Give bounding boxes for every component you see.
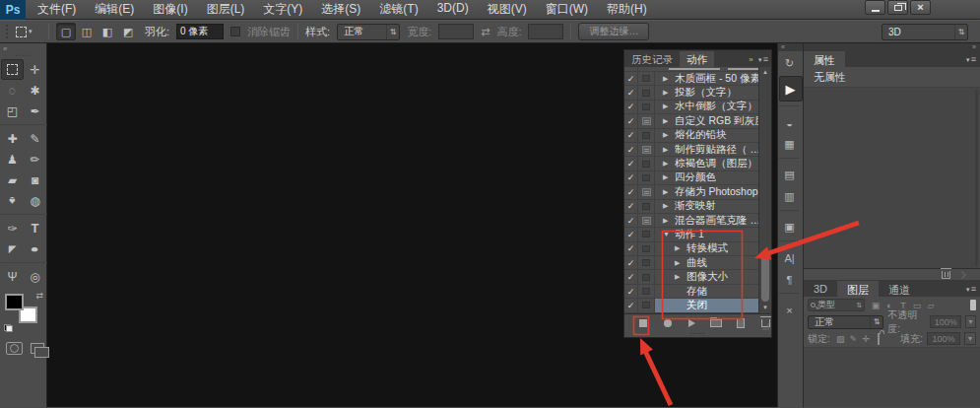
item-check-icon[interactable]: ✓ [624, 86, 638, 99]
collapse-panel-icon[interactable]: » [749, 55, 752, 64]
item-check-icon[interactable]: ✓ [624, 185, 638, 198]
menu-3dd[interactable]: 3D(D) [437, 1, 469, 18]
scroll-up-icon[interactable]: ▲ [759, 67, 771, 78]
play-button[interactable] [686, 317, 698, 329]
dialog-toggle-box[interactable] [638, 72, 655, 85]
expand-arrow-icon[interactable]: ▶ [663, 202, 675, 210]
expand-arrow-icon[interactable]: ▶ [675, 244, 686, 252]
resize-grip[interactable] [958, 271, 966, 279]
expand-arrow-icon[interactable]: ▶ [663, 188, 675, 196]
item-check-icon[interactable]: ✓ [624, 256, 638, 269]
scrollbar-thumb[interactable] [761, 254, 769, 302]
minimize-button[interactable] [865, 0, 885, 15]
intersect-selection-button[interactable]: ◩ [118, 23, 138, 40]
item-check-icon[interactable]: ✓ [624, 171, 638, 184]
history-brush-tool[interactable]: ✏ [24, 149, 46, 170]
action-row[interactable]: ✓▶棕褐色调（图层） [624, 157, 758, 170]
filter-image-icon[interactable]: ▣ [869, 301, 882, 310]
close-button[interactable]: × [910, 0, 931, 15]
eyedropper-tool[interactable]: ✒ [24, 101, 46, 121]
menu-f[interactable]: 文件(F) [37, 1, 76, 18]
lock-position-icon[interactable]: ✛ [860, 334, 873, 344]
workspace-dropdown[interactable]: 3D ⇅ [882, 24, 968, 40]
lasso-tool[interactable]: ◌ [1, 80, 24, 101]
height-input[interactable] [528, 24, 563, 39]
dialog-toggle-box[interactable] [638, 270, 655, 283]
brush-presets-panel-icon[interactable]: ▤ [779, 166, 801, 184]
tool-preset-picker[interactable]: ▾ [16, 23, 41, 40]
action-row[interactable]: ✓▶自定义 RGB 到灰度 [624, 114, 758, 128]
dialog-toggle-box[interactable] [638, 285, 655, 298]
menu-v[interactable]: 视图(V) [488, 1, 527, 18]
menu-e[interactable]: 编辑(E) [95, 1, 134, 18]
move-tool[interactable]: ✛ [24, 59, 46, 80]
type-tool[interactable]: T [24, 218, 46, 238]
history-panel-icon[interactable]: ↻ [779, 54, 801, 73]
action-row[interactable]: ✓▶投影（文字） [624, 86, 758, 100]
item-check-icon[interactable]: ✓ [624, 143, 638, 156]
expand-arrow-icon[interactable]: ▶ [675, 273, 686, 281]
item-check-icon[interactable]: ✓ [624, 228, 638, 240]
dialog-toggle-box[interactable] [638, 200, 655, 213]
style-dropdown[interactable]: 正常 ⇅ [337, 24, 400, 40]
expand-arrow-icon[interactable]: ▶ [663, 89, 675, 97]
path-selection-tool[interactable]: ◤ [1, 238, 24, 259]
swap-dimensions-icon[interactable]: ⇄ [481, 26, 490, 38]
quick-mask-button[interactable] [6, 342, 23, 355]
new-selection-button[interactable]: ▢ [56, 23, 76, 40]
item-check-icon[interactable]: ✓ [624, 101, 638, 113]
width-input[interactable] [438, 24, 474, 39]
feather-input[interactable] [176, 24, 224, 39]
action-row[interactable]: ✓▶曲线 [624, 256, 758, 270]
item-check-icon[interactable]: ✓ [624, 270, 638, 283]
expand-arrow-icon[interactable]: ▶ [663, 75, 675, 83]
item-check-icon[interactable]: ✓ [624, 299, 638, 311]
brush-tool[interactable]: ✎ [24, 128, 46, 149]
foreground-color-swatch[interactable] [5, 294, 24, 310]
character-panel-icon[interactable]: A| [779, 248, 801, 267]
menu-s[interactable]: 选择(S) [321, 1, 360, 18]
action-row[interactable]: ✓▶熔化的铅块 [624, 129, 758, 143]
crop-tool[interactable]: ◰ [1, 101, 24, 121]
action-row[interactable]: ✓▼动作 1 [624, 228, 758, 241]
expand-arrow-icon[interactable]: ▶ [663, 131, 675, 139]
item-check-icon[interactable]: ✓ [624, 200, 638, 213]
dialog-toggle-box[interactable] [638, 101, 655, 113]
tab-history[interactable]: 历史记录 [624, 51, 680, 67]
dialog-toggle-box[interactable] [638, 171, 655, 184]
dodge-tool[interactable]: ◍ [24, 190, 46, 211]
modal-dialog-toggle-icon[interactable] [638, 114, 655, 127]
lock-transparency-icon[interactable]: ▨ [834, 334, 847, 344]
expand-arrow-icon[interactable]: ▶ [663, 217, 675, 225]
opacity-dropdown-arrow[interactable]: ▼ [965, 315, 976, 328]
action-row[interactable]: ✓▶图像大小 [624, 270, 758, 284]
action-row[interactable]: ✓▶渐变映射 [624, 200, 758, 214]
tab-layers[interactable]: 图层 [837, 281, 879, 297]
ellipse-tool[interactable]: ● [24, 238, 46, 259]
fill-dropdown-arrow[interactable]: ▼ [964, 332, 976, 345]
dialog-toggle-box[interactable] [638, 129, 655, 142]
action-row[interactable]: ✓存储 [624, 285, 758, 299]
blur-tool[interactable]: ♠ [1, 190, 24, 211]
expand-arrow-icon[interactable]: ▶ [663, 173, 675, 181]
action-row[interactable]: ✓▶存储为 Photoshop… [624, 185, 758, 199]
action-row[interactable]: ✓▶水中倒影（文字） [624, 101, 758, 114]
item-check-icon[interactable]: ✓ [624, 157, 638, 170]
restore-button[interactable] [887, 0, 908, 15]
modal-dialog-toggle-icon[interactable] [638, 143, 655, 156]
panel-resize-grip[interactable]: ••••• [624, 332, 771, 337]
color-panel-icon[interactable]: ◒ [779, 113, 801, 132]
opacity-value[interactable]: 100% [930, 315, 960, 328]
item-check-icon[interactable]: ✓ [624, 129, 638, 142]
partial-action-row[interactable] [624, 67, 758, 72]
screen-mode-button[interactable] [31, 343, 44, 354]
tab-channels[interactable]: 通道 [879, 281, 920, 297]
menu-t[interactable]: 滤镜(T) [379, 1, 418, 18]
actions-panel-icon[interactable]: ▶ [779, 76, 803, 102]
pen-tool[interactable]: ✑ [1, 218, 24, 238]
swatches-panel-icon[interactable]: ▦ [779, 135, 801, 154]
action-row[interactable]: ✓▶混合器画笔克隆 … [624, 214, 758, 228]
swap-colors-icon[interactable]: ⇄ [35, 291, 43, 301]
item-check-icon[interactable]: ✓ [624, 242, 638, 255]
hand-tool[interactable]: Ψ [1, 266, 24, 287]
